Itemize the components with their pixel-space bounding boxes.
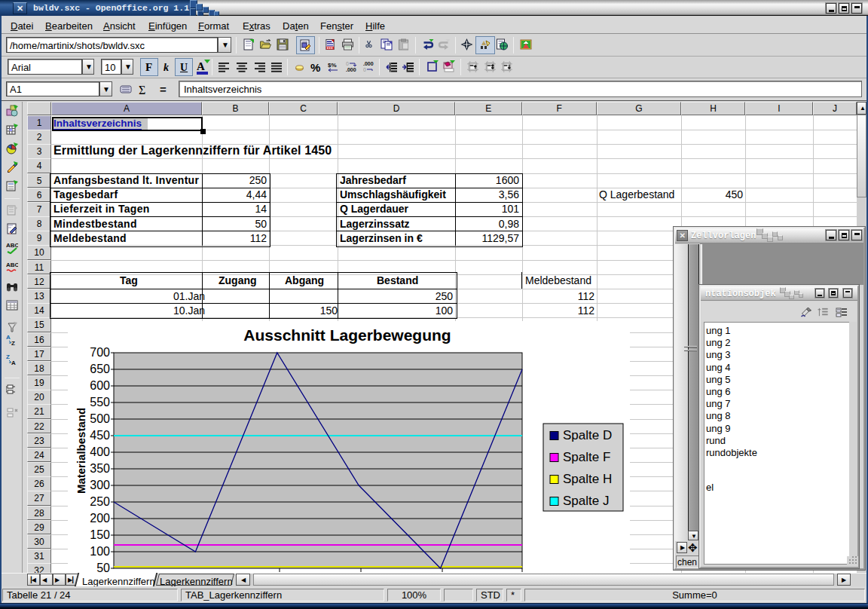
svg-text:Spalte J: Spalte J xyxy=(563,494,609,508)
svg-text:Spalte D: Spalte D xyxy=(563,428,612,442)
svg-text:$%: $% xyxy=(328,62,337,69)
svg-text:400: 400 xyxy=(90,445,110,458)
svg-text:Z: Z xyxy=(6,353,10,360)
svg-text:250: 250 xyxy=(90,495,110,508)
svg-text:0: 0 xyxy=(363,67,366,72)
svg-text:A: A xyxy=(6,334,11,341)
svg-text:.000: .000 xyxy=(346,67,356,72)
svg-text:0: 0 xyxy=(346,61,349,66)
svg-text:Spalte H: Spalte H xyxy=(563,472,612,486)
svg-text:300: 300 xyxy=(90,479,110,491)
svg-text:A: A xyxy=(11,360,16,366)
svg-text:150: 150 xyxy=(90,528,110,541)
svg-text:ABC: ABC xyxy=(6,262,18,268)
svg-text:Z: Z xyxy=(11,340,15,346)
svg-text:550: 550 xyxy=(90,396,110,409)
svg-text:.000: .000 xyxy=(363,61,374,66)
svg-text:50: 50 xyxy=(96,562,110,573)
svg-text:450: 450 xyxy=(90,429,110,442)
svg-text:500: 500 xyxy=(90,412,110,425)
svg-text:700: 700 xyxy=(90,346,110,359)
svg-text:650: 650 xyxy=(90,363,110,375)
svg-text:Materialbestand: Materialbestand xyxy=(75,408,87,494)
svg-text:350: 350 xyxy=(90,462,110,475)
svg-text:600: 600 xyxy=(90,379,110,392)
svg-text:Spalte F: Spalte F xyxy=(563,450,610,464)
svg-text:200: 200 xyxy=(90,512,110,525)
svg-text:100: 100 xyxy=(90,545,110,558)
svg-text:Ausschnitt Lagerbewegung: Ausschnitt Lagerbewegung xyxy=(243,326,451,344)
